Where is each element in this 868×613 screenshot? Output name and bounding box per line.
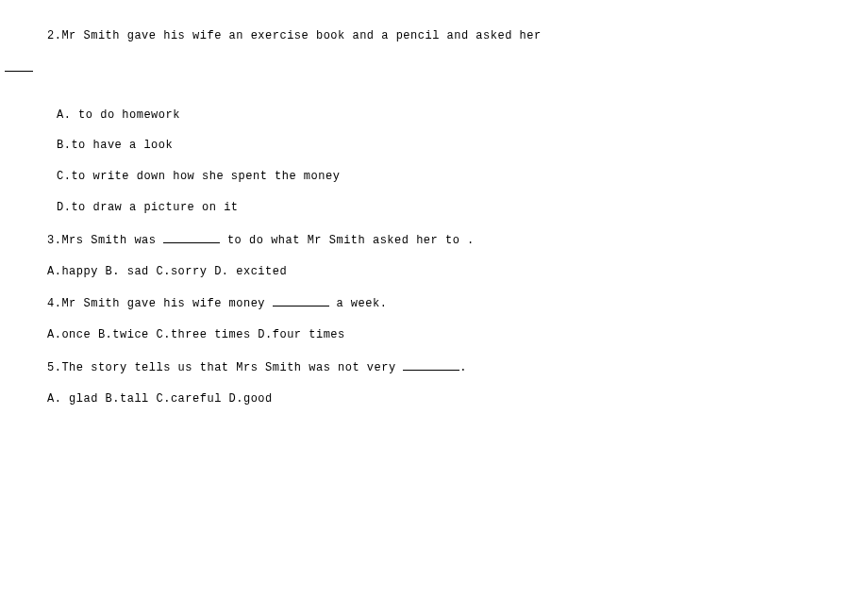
q4-stem-prefix: 4.Mr Smith gave his wife money (47, 297, 273, 310)
q2-stem: 2.Mr Smith gave his wife an exercise boo… (47, 28, 821, 44)
q2-option-a: A. to do homework (47, 108, 821, 124)
q5-stem-suffix: . (459, 361, 467, 374)
q3-blank (163, 231, 220, 243)
q4-stem-suffix: a week. (329, 297, 388, 310)
q5-stem-prefix: 5.The story tells us that Mrs Smith was … (47, 361, 403, 374)
q3-stem-prefix: 3.Mrs Smith was (47, 234, 163, 247)
q4-options: A.once B.twice C.three times D.four time… (47, 327, 821, 343)
q3-stem: 3.Mrs Smith was to do what Mr Smith aske… (47, 231, 821, 249)
q2-blank-line (47, 59, 821, 92)
q3-stem-suffix: to do what Mr Smith asked her to . (220, 234, 475, 247)
q5-stem: 5.The story tells us that Mrs Smith was … (47, 358, 821, 376)
q5-options: A. glad B.tall C.careful D.good (47, 391, 821, 407)
q2-option-b: B.to have a look (47, 138, 821, 154)
q3-options: A.happy B. sad C.sorry D. excited (47, 264, 821, 280)
q4-blank (273, 294, 329, 306)
q2-option-d: D.to draw a picture on it (47, 200, 821, 216)
q5-blank (403, 358, 459, 371)
q4-stem: 4.Mr Smith gave his wife money a week. (47, 294, 821, 312)
q2-option-c: C.to write down how she spent the money (47, 169, 821, 185)
